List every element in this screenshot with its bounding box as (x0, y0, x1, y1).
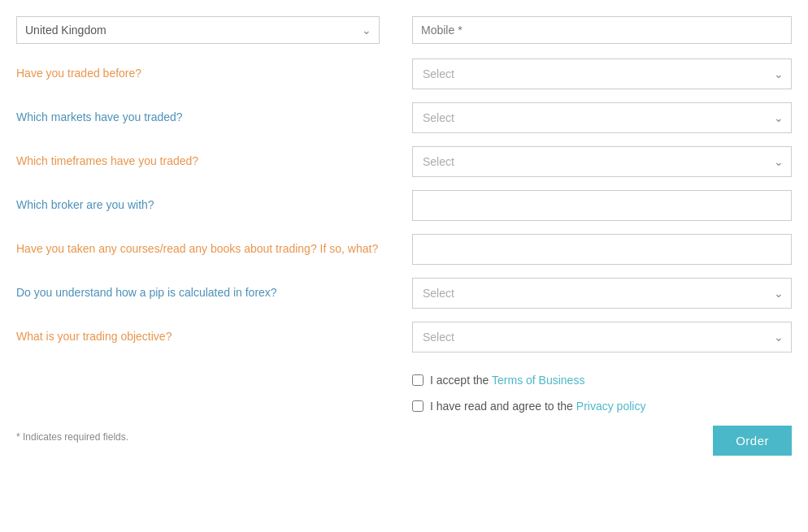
question-trading-objective: What is your trading objective? (16, 319, 404, 355)
courses-books-input[interactable] (412, 234, 792, 265)
broker-input[interactable] (412, 190, 792, 221)
privacy-label: I have read and agree to the Privacy pol… (430, 400, 645, 413)
terms-checkbox[interactable] (412, 374, 424, 386)
mobile-input[interactable] (412, 16, 792, 44)
question-markets-traded: Which markets have you traded? (16, 100, 404, 136)
timeframes-traded-select[interactable]: Select (412, 146, 792, 177)
terms-label: I accept the Terms of Business (430, 374, 584, 387)
trading-objective-select[interactable]: Select (412, 322, 792, 353)
question-broker: Which broker are you with? (16, 188, 404, 223)
question-courses-books: Have you taken any courses/read any book… (16, 231, 404, 267)
question-timeframes-traded: Which timeframes have you traded? (16, 144, 404, 179)
privacy-checkbox[interactable] (412, 400, 424, 412)
country-phone-select[interactable]: United Kingdom (16, 16, 380, 44)
required-fields-note: * Indicates required fields. (16, 431, 128, 443)
markets-traded-select[interactable]: Select (412, 102, 792, 133)
question-pip-calculation: Do you understand how a pip is calculate… (16, 275, 404, 311)
question-traded-before: Have you traded before? (16, 56, 404, 92)
pip-calculation-select[interactable]: Select (412, 278, 792, 309)
privacy-policy-link[interactable]: Privacy policy (576, 400, 646, 413)
order-button[interactable]: Order (713, 426, 792, 456)
terms-of-business-link[interactable]: Terms of Business (492, 374, 584, 387)
traded-before-select[interactable]: Select (412, 58, 792, 89)
terms-checkbox-row: I accept the Terms of Business (412, 367, 792, 393)
privacy-checkbox-row: I have read and agree to the Privacy pol… (412, 393, 792, 419)
